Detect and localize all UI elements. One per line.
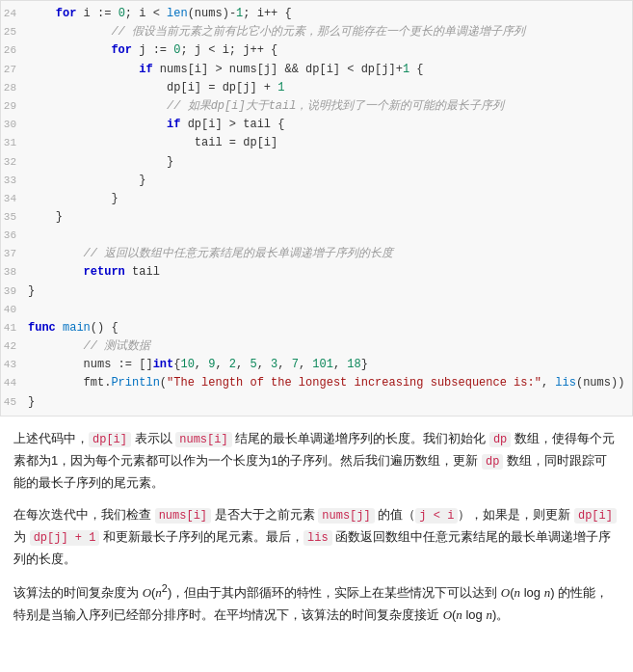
line-number: 29 [1, 97, 28, 116]
code-text: tail = dp[i] [28, 134, 624, 152]
code-text: nums := []int{10, 9, 2, 5, 3, 7, 101, 18… [28, 356, 624, 374]
line-number: 33 [1, 172, 28, 190]
code-text: return tail [28, 263, 624, 282]
line-number: 35 [1, 208, 28, 227]
line-number: 45 [1, 393, 28, 412]
code-text: // 测试数据 [28, 337, 624, 356]
prose-section: 上述代码中，dp[i] 表示以 nums[i] 结尾的最长单调递增序列的长度。我… [0, 417, 633, 644]
code-line-33: 33 } [1, 172, 632, 190]
code-text: if nums[i] > nums[j] && dp[i] < dp[j]+1 … [28, 61, 624, 79]
line-number: 43 [1, 356, 28, 374]
code-text: if dp[i] > tail { [28, 116, 624, 134]
line-number: 36 [1, 227, 28, 245]
code-text: func main() { [28, 319, 624, 337]
line-number: 25 [1, 23, 28, 41]
code-text: } [28, 153, 624, 172]
line-number: 39 [1, 282, 28, 301]
line-number: 26 [1, 41, 28, 60]
code-line-32: 32 } [1, 153, 632, 172]
line-number: 42 [1, 337, 28, 356]
code-text: // 返回以数组中任意元素结尾的最长单调递增子序列的长度 [28, 245, 624, 263]
code-line-27: 27 if nums[i] > nums[j] && dp[i] < dp[j]… [1, 61, 632, 79]
code-line-34: 34 } [1, 190, 632, 208]
line-number: 24 [1, 5, 28, 23]
line-number: 27 [1, 61, 28, 79]
code-line-45: 45 } [1, 393, 632, 412]
code-text: // 如果dp[i]大于tail，说明找到了一个新的可能的最长子序列 [28, 97, 624, 116]
line-number: 40 [1, 301, 28, 319]
line-number: 34 [1, 190, 28, 208]
code-text: dp[i] = dp[j] + 1 [28, 79, 624, 97]
paragraph-1: 上述代码中，dp[i] 表示以 nums[i] 结尾的最长单调递增序列的长度。我… [13, 428, 620, 495]
code-text: for j := 0; j < i; j++ { [28, 41, 624, 60]
line-number: 32 [1, 153, 28, 172]
line-number: 37 [1, 245, 28, 263]
code-line-44: 44 fmt.Println("The length of the longes… [1, 374, 632, 392]
code-text: // 假设当前元素之前有比它小的元素，那么可能存在一个更长的单调递增子序列 [28, 23, 624, 41]
code-line-39: 39 } [1, 282, 632, 301]
code-block: 24 for i := 0; i < len(nums)-1; i++ { 25… [0, 0, 633, 417]
code-line-42: 42 // 测试数据 [1, 337, 632, 356]
code-line-37: 37 // 返回以数组中任意元素结尾的最长单调递增子序列的长度 [1, 245, 632, 263]
code-line-35: 35 } [1, 208, 632, 227]
code-line-26: 26 for j := 0; j < i; j++ { [1, 41, 632, 60]
code-line-24: 24 for i := 0; i < len(nums)-1; i++ { [1, 5, 632, 23]
code-line-29: 29 // 如果dp[i]大于tail，说明找到了一个新的可能的最长子序列 [1, 97, 632, 116]
paragraph-2: 在每次迭代中，我们检查 nums[i] 是否大于之前元素 nums[j] 的值（… [13, 504, 620, 571]
code-line-28: 28 dp[i] = dp[j] + 1 [1, 79, 632, 97]
code-text: fmt.Println("The length of the longest i… [28, 374, 624, 392]
code-line-36: 36 [1, 227, 632, 245]
code-text: } [28, 282, 624, 301]
paragraph-3: 该算法的时间复杂度为 O(n2)，但由于其内部循环的特性，实际上在某些情况下可以… [13, 579, 620, 627]
code-line-30: 30 if dp[i] > tail { [1, 116, 632, 134]
line-number: 31 [1, 134, 28, 152]
code-text: } [28, 208, 624, 227]
code-line-41: 41 func main() { [1, 319, 632, 337]
code-line-40: 40 [1, 301, 632, 319]
code-line-43: 43 nums := []int{10, 9, 2, 5, 3, 7, 101,… [1, 356, 632, 374]
line-number: 38 [1, 263, 28, 282]
code-line-38: 38 return tail [1, 263, 632, 282]
code-line-31: 31 tail = dp[i] [1, 134, 632, 152]
line-number: 30 [1, 116, 28, 134]
code-line-25: 25 // 假设当前元素之前有比它小的元素，那么可能存在一个更长的单调递增子序列 [1, 23, 632, 41]
code-text: } [28, 393, 624, 412]
code-text: } [28, 172, 624, 190]
code-text: } [28, 190, 624, 208]
line-number: 28 [1, 79, 28, 97]
line-number: 41 [1, 319, 28, 337]
code-text: for i := 0; i < len(nums)-1; i++ { [28, 5, 624, 23]
line-number: 44 [1, 374, 28, 392]
